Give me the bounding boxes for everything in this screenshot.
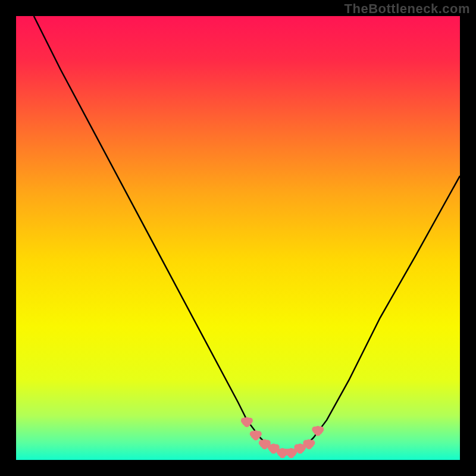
chart-plot-area [16,16,460,460]
gradient-background [16,16,460,460]
chart-frame: TheBottleneck.com [0,0,476,476]
valley-dot [253,434,259,440]
valley-dot [306,443,312,449]
valley-dot [315,430,321,436]
valley-dot [244,421,250,427]
valley-dot [280,452,286,458]
valley-dot [271,448,277,454]
chart-svg [16,16,460,460]
valley-dot [289,452,295,458]
valley-dot [297,448,303,454]
watermark-text: TheBottleneck.com [345,1,470,17]
valley-dot [262,443,268,449]
